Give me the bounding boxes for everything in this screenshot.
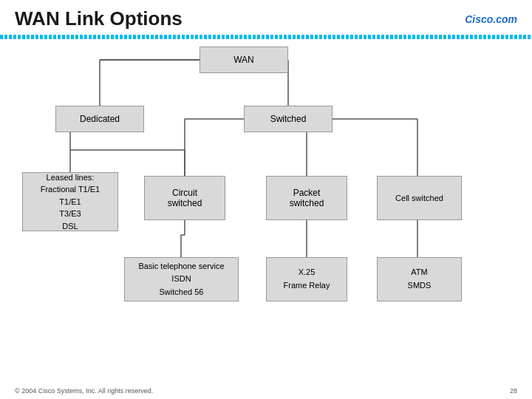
footer: © 2004 Cisco Systems, Inc. All rights re… — [0, 387, 532, 395]
cisco-logo: Cisco.com — [465, 13, 517, 25]
node-cell-switched: Cell switched — [377, 176, 462, 220]
node-switched: Switched — [244, 106, 332, 132]
node-circuit-switched: Circuitswitched — [144, 176, 225, 220]
node-dedicated: Dedicated — [55, 106, 144, 132]
node-atm: ATMSMDS — [377, 257, 462, 301]
node-leased: Leased lines:Fractional T1/E1T1/E1T3/E3D… — [22, 172, 118, 231]
page-number: 28 — [510, 387, 517, 395]
node-wan: WAN — [200, 47, 288, 73]
node-x25: X.25Frame Relay — [266, 257, 347, 301]
node-basic-telephone: Basic telephone serviceISDNSwitched 56 — [124, 257, 239, 301]
node-packet-switched: Packetswitched — [266, 176, 347, 220]
page-title: WAN Link Options — [15, 7, 183, 30]
copyright: © 2004 Cisco Systems, Inc. All rights re… — [15, 387, 153, 395]
diagram-area: WAN Dedicated Switched Leased lines:Frac… — [0, 39, 532, 379]
header: WAN Link Options Cisco.com — [0, 0, 532, 30]
